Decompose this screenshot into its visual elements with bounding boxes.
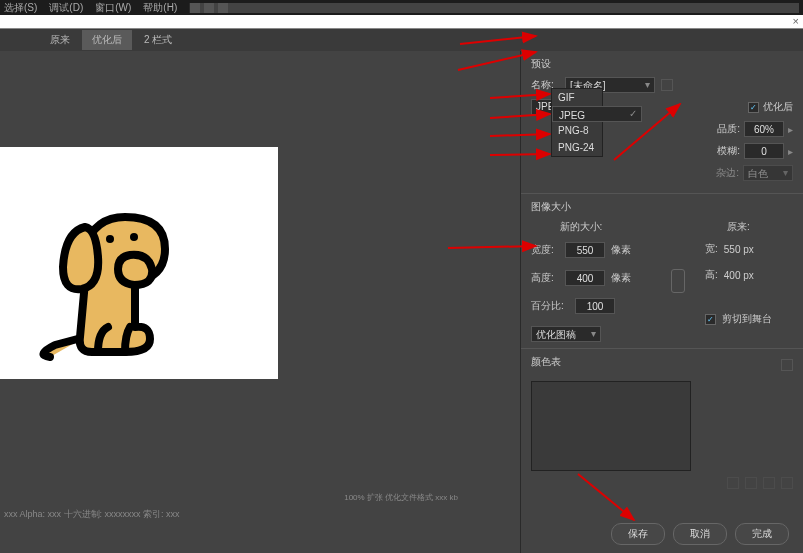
dialog-header: × — [0, 15, 803, 29]
clip-label: 剪切到舞台 — [722, 312, 772, 326]
orig-width-label: 宽: — [705, 242, 718, 256]
height-label: 高度: — [531, 271, 559, 285]
menu-debug[interactable]: 调试(D) — [49, 1, 83, 15]
format-option-gif[interactable]: GIF — [552, 89, 602, 106]
blur-stepper-icon[interactable]: ▸ — [788, 146, 793, 157]
dialog-buttons: 保存 取消 完成 — [611, 523, 789, 545]
view-tabs: 原来 优化后 2 栏式 — [0, 29, 803, 51]
height-input[interactable] — [565, 270, 605, 286]
close-icon[interactable] — [218, 3, 228, 13]
format-option-png24[interactable]: PNG-24 — [552, 139, 602, 156]
quality-input[interactable] — [744, 121, 784, 137]
preset-options-icon[interactable] — [661, 79, 673, 91]
app-menubar: 选择(S) 调试(D) 窗口(W) 帮助(H) — [0, 0, 803, 15]
palette-tool-2-icon[interactable] — [745, 477, 757, 489]
matte-label: 杂边: — [716, 166, 739, 180]
link-dimensions-icon[interactable] — [671, 269, 685, 293]
file-info: 100% 扩张 优化文件格式 xxx kb — [344, 493, 458, 503]
format-option-png8[interactable]: PNG-8 — [552, 122, 602, 139]
width-unit: 像素 — [611, 243, 631, 257]
tab-optimized[interactable]: 优化后 — [82, 30, 132, 50]
percent-label: 百分比: — [531, 299, 569, 313]
origsize-header: 原来: — [705, 220, 772, 234]
save-button[interactable]: 保存 — [611, 523, 665, 545]
imgsize-section-title: 图像大小 — [531, 200, 793, 214]
resample-select[interactable]: 优化图稿 — [531, 326, 601, 342]
min-icon[interactable] — [190, 3, 200, 13]
preset-section-title: 预设 — [531, 57, 793, 71]
percent-input[interactable] — [575, 298, 615, 314]
width-input[interactable] — [565, 242, 605, 258]
quality-stepper-icon[interactable]: ▸ — [788, 124, 793, 135]
orig-height-label: 高: — [705, 268, 718, 282]
palette-trash-icon[interactable] — [781, 477, 793, 489]
max-icon[interactable] — [204, 3, 214, 13]
palette-tool-3-icon[interactable] — [763, 477, 775, 489]
format-dropdown: GIF JPEG PNG-8 PNG-24 — [551, 88, 603, 157]
optimized-label: 优化后 — [763, 100, 793, 114]
canvas — [0, 147, 278, 379]
pixel-info: xxx Alpha: xxx 十六进制: xxxxxxxx 索引: xxx — [4, 508, 180, 521]
clip-checkbox[interactable]: ✓ — [705, 314, 716, 325]
orig-width-value: 550 px — [724, 244, 754, 255]
format-option-jpeg[interactable]: JPEG — [552, 106, 642, 122]
preview-pane: 100% 扩张 优化文件格式 xxx kb xxx Alpha: xxx 十六进… — [0, 51, 520, 553]
color-table[interactable] — [531, 381, 691, 471]
optimized-checkbox[interactable]: ✓ — [748, 102, 759, 113]
done-button[interactable]: 完成 — [735, 523, 789, 545]
dog-illustration — [30, 177, 200, 367]
newsize-header: 新的大小: — [531, 220, 631, 234]
menu-select[interactable]: 选择(S) — [4, 1, 37, 15]
svg-point-1 — [130, 233, 138, 241]
blur-label: 模糊: — [717, 144, 740, 158]
palette-section-title: 颜色表 — [531, 355, 561, 369]
menu-window[interactable]: 窗口(W) — [95, 1, 131, 15]
matte-select: 白色 — [743, 165, 793, 181]
quality-label: 品质: — [717, 122, 740, 136]
cancel-button[interactable]: 取消 — [673, 523, 727, 545]
orig-height-value: 400 px — [724, 270, 754, 281]
width-label: 宽度: — [531, 243, 559, 257]
palette-tool-1-icon[interactable] — [727, 477, 739, 489]
blur-input[interactable] — [744, 143, 784, 159]
tab-2up[interactable]: 2 栏式 — [134, 30, 182, 50]
svg-point-0 — [106, 235, 114, 243]
tab-original[interactable]: 原来 — [40, 30, 80, 50]
palette-options-icon[interactable] — [781, 359, 793, 371]
dialog-close-icon[interactable]: × — [793, 15, 799, 27]
height-unit: 像素 — [611, 271, 631, 285]
menu-help[interactable]: 帮助(H) — [143, 1, 177, 15]
